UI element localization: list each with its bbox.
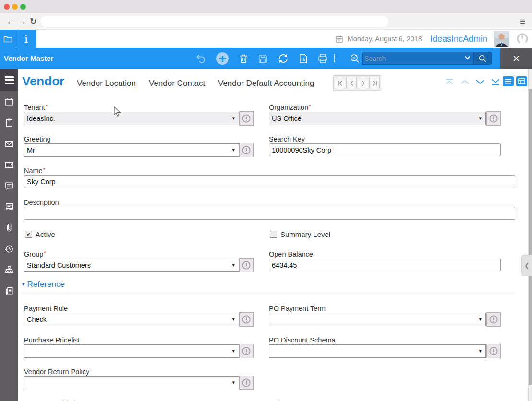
menu-folder-tab[interactable] xyxy=(0,30,16,48)
purchase-pricelist-info-button[interactable] xyxy=(239,344,254,358)
app-logo-tab[interactable]: i xyxy=(16,30,36,48)
new-record-button[interactable] xyxy=(216,52,228,64)
mail-icon[interactable] xyxy=(4,139,14,149)
documents-icon[interactable] xyxy=(4,286,14,296)
save-button[interactable] xyxy=(257,53,269,64)
last-record-button[interactable] xyxy=(369,77,380,89)
minimize-window-icon[interactable] xyxy=(12,4,18,10)
menu-hamburger-button[interactable] xyxy=(0,69,18,91)
report-button[interactable] xyxy=(298,53,309,64)
app-header: i Monday, August 6, 2018 IdeasIncAdmin xyxy=(0,30,532,48)
browser-forward-icon[interactable]: → xyxy=(18,17,26,26)
first-record-button[interactable] xyxy=(335,77,345,89)
parent-record-button[interactable] xyxy=(459,78,470,86)
tab-vendor-default-accounting[interactable]: Vendor Default Accounting xyxy=(218,79,314,88)
print-button[interactable] xyxy=(317,53,328,64)
payment-rule-combobox[interactable]: Check ▾ xyxy=(24,313,239,326)
po-payment-term-combobox[interactable]: ▾ xyxy=(269,313,486,326)
group-combobox[interactable]: Standard Customers ▾ xyxy=(24,259,239,272)
chat-icon[interactable] xyxy=(4,201,14,212)
next-record-button[interactable] xyxy=(358,77,368,89)
zoom-button[interactable] xyxy=(349,53,361,64)
user-avatar[interactable] xyxy=(494,31,509,47)
payment-rule-info-button[interactable] xyxy=(239,312,254,327)
tab-vendor[interactable]: Vendor xyxy=(22,74,64,89)
required-marker: * xyxy=(44,250,46,256)
undo-button[interactable] xyxy=(195,53,206,64)
collapse-panel-tab[interactable]: ❮ xyxy=(521,255,532,276)
browser-menu-icon[interactable]: ≡ xyxy=(520,16,525,27)
attachment-icon[interactable] xyxy=(4,223,14,233)
section-divider xyxy=(21,293,515,293)
greeting-combobox[interactable]: Mr ▾ xyxy=(24,143,239,157)
scrollbar-thumb[interactable] xyxy=(529,89,532,385)
po-discount-schema-combobox[interactable]: ▾ xyxy=(269,344,486,358)
refresh-button[interactable] xyxy=(278,53,289,64)
list-view-button[interactable] xyxy=(503,76,514,86)
description-input[interactable] xyxy=(24,207,515,220)
close-window-button[interactable]: × xyxy=(500,48,532,69)
tab-vendor-contact[interactable]: Vendor Contact xyxy=(149,79,205,88)
workflow-icon[interactable] xyxy=(4,265,14,275)
search-key-input[interactable] xyxy=(269,143,501,156)
address-bar[interactable] xyxy=(41,16,388,27)
delete-button[interactable] xyxy=(238,53,249,64)
combo-arrow-icon[interactable]: ▾ xyxy=(232,115,235,121)
close-window-icon[interactable] xyxy=(4,4,10,10)
logout-power-button[interactable] xyxy=(516,32,529,46)
history-icon[interactable] xyxy=(4,244,14,254)
combo-arrow-icon[interactable]: ▾ xyxy=(232,316,235,322)
record-info-icon xyxy=(242,260,251,270)
chevron-up-icon xyxy=(459,78,470,86)
section-collapse-icon[interactable]: ▾ xyxy=(22,281,25,287)
search-dropdown-icon[interactable] xyxy=(465,56,470,59)
combo-arrow-icon[interactable]: ▾ xyxy=(232,348,235,354)
search-button[interactable] xyxy=(473,52,492,65)
summary-level-checkbox[interactable] xyxy=(270,231,277,238)
tenant-info-button[interactable] xyxy=(239,111,254,126)
child-record-button[interactable] xyxy=(475,78,485,86)
combo-arrow-icon[interactable]: ▾ xyxy=(232,147,235,153)
maximize-window-icon[interactable] xyxy=(20,4,26,10)
collapse-to-top-button[interactable] xyxy=(444,78,455,86)
browser-reload-icon[interactable]: ↻ xyxy=(30,17,36,26)
po-payment-term-info-button[interactable] xyxy=(486,312,501,327)
form-view-button[interactable] xyxy=(516,76,527,86)
combo-arrow-icon[interactable]: ▾ xyxy=(479,316,482,322)
greeting-value: Mr xyxy=(27,146,35,154)
greeting-info-button[interactable] xyxy=(239,143,254,157)
combo-arrow-icon[interactable]: ▾ xyxy=(479,348,482,354)
record-info-icon xyxy=(242,346,251,356)
record-info-icon xyxy=(242,378,251,388)
active-checkbox[interactable]: ✔ xyxy=(25,231,32,238)
combo-arrow-icon[interactable]: ▾ xyxy=(479,115,482,121)
note-card-icon[interactable] xyxy=(4,160,14,170)
expand-to-bottom-button[interactable] xyxy=(490,78,501,86)
browser-back-icon[interactable]: ← xyxy=(7,17,15,26)
clipboard-icon[interactable] xyxy=(4,118,14,128)
previous-record-button[interactable] xyxy=(346,77,357,89)
name-input[interactable] xyxy=(24,175,515,188)
combo-arrow-icon[interactable]: ▾ xyxy=(232,379,235,386)
toolbar-search-input[interactable] xyxy=(364,52,460,64)
tenant-combobox[interactable]: IdeasInc. ▾ xyxy=(24,112,239,125)
combo-arrow-icon[interactable]: ▾ xyxy=(232,262,235,268)
required-marker: * xyxy=(46,104,48,109)
required-marker: * xyxy=(309,104,311,109)
record-info-icon xyxy=(489,114,498,123)
window-title: Vendor Master xyxy=(4,54,53,62)
po-discount-schema-info-button[interactable] xyxy=(486,344,501,358)
header-username[interactable]: IdeasIncAdmin xyxy=(430,34,487,44)
vendor-return-policy-info-button[interactable] xyxy=(239,376,254,390)
vendor-return-policy-combobox[interactable]: ▾ xyxy=(24,376,239,389)
organization-info-button[interactable] xyxy=(486,111,501,126)
comment-icon[interactable] xyxy=(4,181,14,191)
tab-vendor-location[interactable]: Vendor Location xyxy=(77,79,136,88)
reference-section-header[interactable]: ▾Reference xyxy=(22,280,65,289)
calendar-sidebar-icon[interactable] xyxy=(4,96,14,107)
group-value: Standard Customers xyxy=(27,261,91,269)
group-info-button[interactable] xyxy=(239,258,254,272)
organization-combobox[interactable]: US Office ▾ xyxy=(269,112,486,125)
open-balance-input[interactable] xyxy=(269,259,501,271)
purchase-pricelist-combobox[interactable]: ▾ xyxy=(24,344,239,358)
